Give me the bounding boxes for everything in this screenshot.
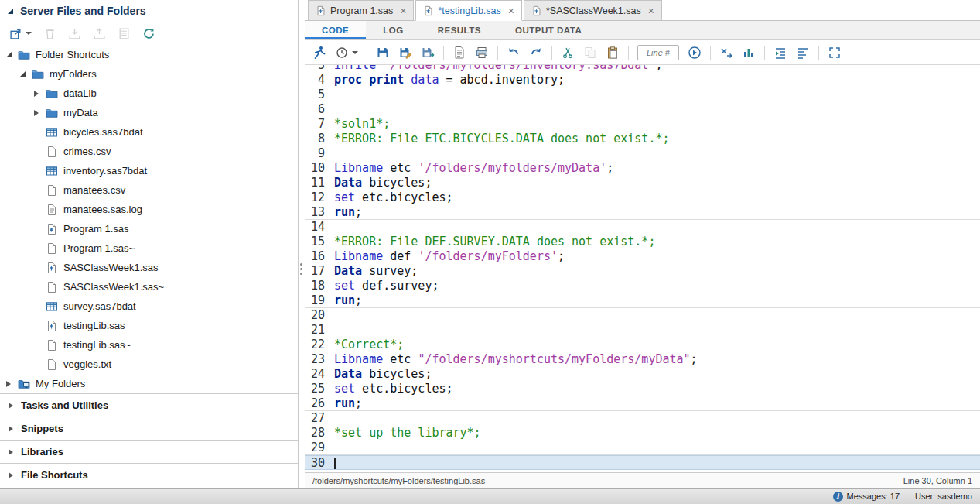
- code-line-9[interactable]: 9: [305, 146, 980, 161]
- code-line-6[interactable]: 6: [305, 102, 980, 117]
- tree-item-manatees-sas-log[interactable]: manatees.sas.log: [0, 200, 298, 219]
- format-code-button[interactable]: [773, 46, 787, 60]
- panel-splitter[interactable]: [299, 0, 305, 488]
- code-line-24[interactable]: 24Data bicycles;: [305, 367, 980, 382]
- close-icon[interactable]: ×: [648, 5, 654, 16]
- submission-history-button[interactable]: [335, 46, 358, 60]
- properties-button[interactable]: [118, 27, 131, 40]
- code-editor[interactable]: 3infile '/folders/myfolders/inventory.sa…: [305, 65, 980, 472]
- goto-line-field[interactable]: [637, 45, 679, 60]
- save-all-button[interactable]: [421, 46, 435, 60]
- code-line-29[interactable]: 29: [305, 441, 980, 455]
- maximize-button[interactable]: [828, 46, 842, 60]
- expand-icon[interactable]: [34, 91, 46, 97]
- expand-icon[interactable]: [6, 381, 18, 387]
- expand-icon[interactable]: [34, 110, 46, 116]
- navigation-panel-header[interactable]: Server Files and Folders: [0, 0, 298, 22]
- expand-icon: [9, 449, 21, 455]
- redo-button[interactable]: [529, 46, 543, 60]
- clear-code-button[interactable]: [796, 46, 810, 60]
- collapse-icon[interactable]: [6, 52, 18, 57]
- tree-item-program-1-sas[interactable]: Program 1.sas~: [0, 238, 298, 258]
- view-tab-output-data[interactable]: OUTPUT DATA: [498, 21, 599, 39]
- code-line-26[interactable]: 26run;: [305, 396, 980, 411]
- code-line-27[interactable]: 27: [305, 411, 980, 426]
- close-icon[interactable]: ×: [508, 5, 514, 16]
- code-line-16[interactable]: 16Libname def '/folders/myFolders';: [305, 249, 980, 264]
- code-line-19[interactable]: 19run;: [305, 293, 980, 308]
- tree-item-sasclassweek1-sas[interactable]: SASClassWeek1.sas: [0, 258, 298, 277]
- code-line-28[interactable]: 28*set up the library*;: [305, 426, 980, 441]
- tree-item-testinglib-sas[interactable]: testingLib.sas: [0, 316, 298, 335]
- code-line-20[interactable]: 20: [305, 308, 980, 323]
- code-line-13[interactable]: 13run;: [305, 205, 980, 220]
- tree-item-crimes-csv[interactable]: crimes.csv: [0, 142, 298, 161]
- collapse-icon[interactable]: [20, 71, 32, 77]
- code-line-30[interactable]: 30: [305, 455, 980, 470]
- paste-button[interactable]: [606, 46, 620, 60]
- tree-item-myfolders[interactable]: myFolders: [0, 64, 298, 84]
- code-line-3[interactable]: 3infile '/folders/myfolders/inventory.sa…: [305, 65, 980, 73]
- tree-item-program-1-sas[interactable]: Program 1.sas: [0, 219, 298, 238]
- delete-button[interactable]: [43, 27, 56, 40]
- view-tab-code[interactable]: CODE: [305, 21, 366, 39]
- view-tab-log[interactable]: LOG: [366, 21, 420, 39]
- save-as-button[interactable]: [398, 46, 412, 60]
- program-summary-button[interactable]: [452, 46, 466, 60]
- compare-code-button[interactable]: [742, 46, 756, 60]
- navigation-panel: Server Files and Folders Folder Shortcut…: [0, 0, 299, 488]
- tree-item-manatees-csv[interactable]: manatees.csv: [0, 180, 298, 200]
- run-button[interactable]: [312, 46, 326, 60]
- tree-item-survey-sas7bdat[interactable]: survey.sas7bdat: [0, 297, 298, 316]
- line-number: 28: [305, 426, 333, 441]
- code-line-18[interactable]: 18set def.survey;: [305, 279, 980, 293]
- code-line-7[interactable]: 7*soln1*;: [305, 117, 980, 132]
- code-line-15[interactable]: 15*ERROR: File DEF.SURVEY.DATA does not …: [305, 235, 980, 249]
- code-line-10[interactable]: 10Libname etc '/folders/myfolders/myData…: [305, 161, 980, 176]
- undo-button[interactable]: [507, 46, 521, 60]
- code-line-23[interactable]: 23Libname etc "/folders/myshortcuts/myFo…: [305, 352, 980, 367]
- tree-item-mydata[interactable]: myData: [0, 103, 298, 122]
- code-line-5[interactable]: 5: [305, 87, 980, 102]
- code-line-22[interactable]: 22*Correct*;: [305, 338, 980, 352]
- find-replace-button[interactable]: [719, 46, 733, 60]
- tree-item-veggies-txt[interactable]: veggies.txt: [0, 355, 298, 374]
- tree-item-bicycles-sas7bdat[interactable]: bicycles.sas7bdat: [0, 122, 298, 142]
- section-label: Tasks and Utilities: [21, 399, 108, 411]
- collapse-icon: [8, 9, 13, 14]
- goto-line-button[interactable]: [688, 46, 702, 60]
- tree-item-sasclassweek1-sas[interactable]: SASClassWeek1.sas~: [0, 277, 298, 297]
- tree-item-folder-shortcuts[interactable]: Folder Shortcuts: [0, 45, 298, 64]
- tree-item-testinglib-sas[interactable]: testingLib.sas~: [0, 335, 298, 355]
- program-tab-sasclassweek1-sas[interactable]: *SASClassWeek1.sas×: [524, 0, 662, 20]
- cut-button[interactable]: [561, 46, 575, 60]
- save-button[interactable]: [376, 46, 390, 60]
- section-libraries[interactable]: Libraries: [0, 440, 298, 463]
- tree-item-my-folders[interactable]: My Folders: [0, 374, 298, 393]
- code-line-17[interactable]: 17Data survey;: [305, 264, 980, 279]
- section-tasks-and-utilities[interactable]: Tasks and Utilities: [0, 393, 298, 417]
- new-item-button[interactable]: [9, 27, 32, 40]
- view-tab-results[interactable]: RESULTS: [421, 21, 498, 39]
- code-text: Data bicycles;: [333, 176, 432, 190]
- download-button[interactable]: [68, 27, 81, 40]
- tree-item-datalib[interactable]: dataLib: [0, 84, 298, 103]
- close-icon[interactable]: ×: [400, 5, 406, 16]
- copy-button[interactable]: [583, 46, 597, 60]
- tree-item-inventory-sas7bdat[interactable]: inventory.sas7bdat: [0, 161, 298, 180]
- code-line-8[interactable]: 8*ERROR: File ETC.BICYCLES.DATA does not…: [305, 132, 980, 146]
- code-line-25[interactable]: 25set etc.bicycles;: [305, 382, 980, 396]
- code-line-21[interactable]: 21: [305, 323, 980, 338]
- section-snippets[interactable]: Snippets: [0, 417, 298, 440]
- code-line-12[interactable]: 12set etc.bicycles;: [305, 190, 980, 205]
- messages-button[interactable]: i Messages: 17: [833, 492, 900, 502]
- program-tab-testinglib-sas[interactable]: *testingLib.sas×: [415, 0, 522, 21]
- code-line-4[interactable]: 4proc print data = abcd.inventory;: [305, 73, 980, 87]
- code-line-14[interactable]: 14: [305, 220, 980, 235]
- code-line-11[interactable]: 11Data bicycles;: [305, 176, 980, 190]
- section-file-shortcuts[interactable]: File Shortcuts: [0, 463, 298, 486]
- upload-button[interactable]: [93, 27, 106, 40]
- program-tab-program-1-sas[interactable]: Program 1.sas×: [308, 0, 414, 20]
- refresh-button[interactable]: [142, 27, 155, 40]
- print-button[interactable]: [475, 46, 489, 60]
